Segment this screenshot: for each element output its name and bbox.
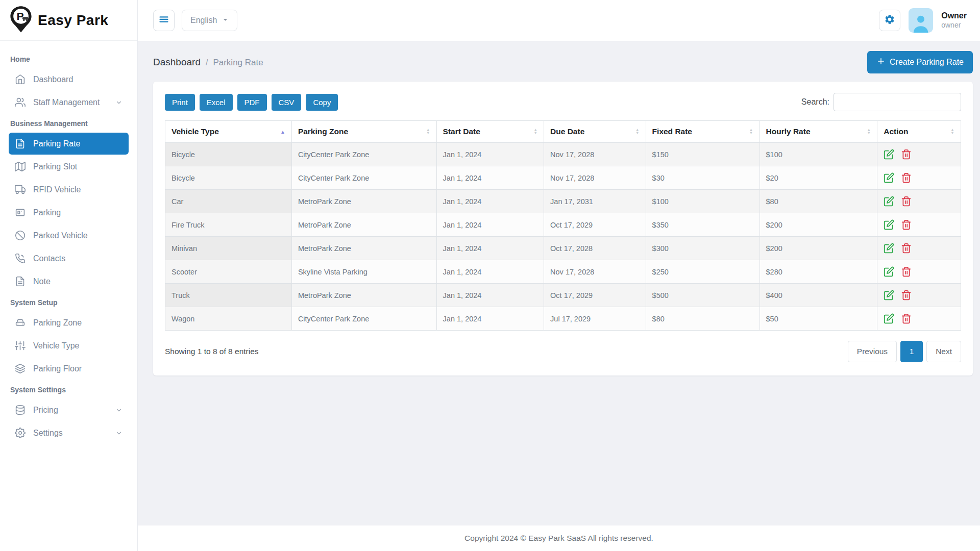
breadcrumb-dashboard[interactable]: Dashboard — [153, 57, 201, 68]
sidebar-item-pricing[interactable]: Pricing — [9, 399, 129, 421]
sidebar-item-label: Contacts — [33, 254, 65, 263]
sidebar-item-vehicle-type[interactable]: Vehicle Type — [9, 335, 129, 357]
hamburger-menu-icon — [158, 14, 169, 27]
sidebar-toggle-button[interactable] — [153, 10, 175, 31]
sidebar-item-label: Dashboard — [33, 75, 73, 84]
person-icon — [911, 12, 931, 33]
delete-icon[interactable] — [901, 196, 912, 207]
map-icon — [15, 161, 26, 172]
column-header-parking-zone[interactable]: Parking Zone▲▼ — [291, 121, 436, 143]
sidebar-item-dashboard[interactable]: Dashboard — [9, 68, 129, 90]
sidebar-item-parked-vehicle[interactable]: Parked Vehicle — [9, 224, 129, 246]
sidebar-item-contacts[interactable]: Contacts — [9, 247, 129, 269]
settings-button[interactable] — [879, 10, 900, 31]
breadcrumb: Dashboard / Parking Rate — [153, 57, 263, 68]
column-header-vehicle-type[interactable]: Vehicle Type▲ — [165, 121, 292, 143]
cell-start-date: Jan 1, 2024 — [436, 260, 544, 284]
cell-hourly-rate: $200 — [760, 213, 877, 237]
sidebar-item-parking[interactable]: Parking — [9, 202, 129, 223]
page-1-button[interactable]: 1 — [900, 341, 923, 362]
user-meta[interactable]: Owner owner — [941, 11, 967, 30]
sidebar-item-parking-rate[interactable]: Parking Rate — [9, 133, 129, 155]
column-header-start-date[interactable]: Start Date▲▼ — [436, 121, 544, 143]
cell-start-date: Jan 1, 2024 — [436, 307, 544, 331]
cell-action — [877, 307, 961, 331]
sidebar-item-parking-zone[interactable]: Parking Zone — [9, 312, 129, 334]
edit-icon[interactable] — [884, 149, 894, 160]
cell-parking-zone: MetroPark Zone — [291, 190, 436, 213]
edit-icon[interactable] — [884, 219, 894, 230]
note-icon — [15, 276, 26, 287]
breadcrumb-separator: / — [206, 58, 208, 67]
create-parking-rate-button[interactable]: Create Parking Rate — [867, 51, 973, 73]
delete-icon[interactable] — [901, 266, 912, 277]
csv-button[interactable]: CSV — [272, 94, 302, 111]
chevron-down-icon — [115, 407, 122, 414]
delete-icon[interactable] — [901, 172, 912, 183]
logo-link[interactable]: P Easy Park — [0, 0, 137, 41]
cell-hourly-rate: $200 — [760, 237, 877, 260]
parking-rate-table: Vehicle Type▲ Parking Zone▲▼ Start Date▲… — [165, 120, 961, 331]
table-row: Scooter Skyline Vista Parking Jan 1, 202… — [165, 260, 961, 284]
table-row: Fire Truck MetroPark Zone Jan 1, 2024 Oc… — [165, 213, 961, 237]
user-role: owner — [941, 21, 967, 30]
excel-button[interactable]: Excel — [200, 94, 233, 111]
delete-icon[interactable] — [901, 313, 912, 324]
sidebar-item-label: Vehicle Type — [33, 341, 79, 350]
sidebar-item-parking-slot[interactable]: Parking Slot — [9, 156, 129, 178]
pagination: Previous 1 Next — [848, 341, 961, 362]
delete-icon[interactable] — [901, 219, 912, 230]
sidebar-item-settings[interactable]: Settings — [9, 422, 129, 444]
cell-parking-zone: CityCenter Park Zone — [291, 166, 436, 190]
edit-icon[interactable] — [884, 266, 894, 277]
search-input[interactable] — [834, 93, 961, 111]
cell-fixed-rate: $350 — [646, 213, 760, 237]
cell-start-date: Jan 1, 2024 — [436, 143, 544, 166]
sidebar-item-note[interactable]: Note — [9, 270, 129, 292]
next-page-button[interactable]: Next — [926, 341, 961, 362]
cell-start-date: Jan 1, 2024 — [436, 213, 544, 237]
parking-meter-icon — [15, 207, 26, 218]
column-header-fixed-rate[interactable]: Fixed Rate▲▼ — [646, 121, 760, 143]
table-row: Bicycle CityCenter Park Zone Jan 1, 2024… — [165, 143, 961, 166]
table-row: Car MetroPark Zone Jan 1, 2024 Jan 17, 2… — [165, 190, 961, 213]
delete-icon[interactable] — [901, 290, 912, 300]
cell-fixed-rate: $150 — [646, 143, 760, 166]
language-dropdown[interactable]: English — [182, 10, 237, 31]
sidebar: P Easy Park Home Dashboard Staff Managem… — [0, 0, 138, 551]
edit-icon[interactable] — [884, 196, 894, 207]
language-value: English — [190, 16, 217, 25]
column-header-action[interactable]: Action▲▼ — [877, 121, 961, 143]
caret-down-icon — [222, 16, 229, 25]
previous-page-button[interactable]: Previous — [848, 341, 897, 362]
cell-vehicle-type: Bicycle — [165, 143, 292, 166]
edit-icon[interactable] — [884, 313, 894, 324]
sidebar-item-parking-floor[interactable]: Parking Floor — [9, 358, 129, 380]
sidebar-item-label: Parking Rate — [33, 139, 81, 148]
sliders-icon — [15, 340, 26, 351]
parking-rate-card: Print Excel PDF CSV Copy Search: — [153, 82, 973, 375]
edit-icon[interactable] — [884, 243, 894, 254]
sidebar-item-rfid-vehicle[interactable]: RFID Vehicle — [9, 179, 129, 201]
sidebar-item-staff-management[interactable]: Staff Management — [9, 91, 129, 113]
entries-info: Showing 1 to 8 of 8 entries — [165, 347, 259, 356]
cell-vehicle-type: Bicycle — [165, 166, 292, 190]
search-label: Search: — [801, 97, 829, 107]
print-button[interactable]: Print — [165, 94, 195, 111]
pdf-button[interactable]: PDF — [237, 94, 267, 111]
cell-hourly-rate: $400 — [760, 284, 877, 307]
column-header-hourly-rate[interactable]: Hourly Rate▲▼ — [760, 121, 877, 143]
delete-icon[interactable] — [901, 149, 912, 160]
gear-icon — [15, 428, 26, 438]
cell-fixed-rate: $100 — [646, 190, 760, 213]
section-business-management: Business Management — [0, 114, 137, 132]
delete-icon[interactable] — [901, 243, 912, 254]
edit-icon[interactable] — [884, 172, 894, 183]
cell-parking-zone: MetroPark Zone — [291, 237, 436, 260]
cell-start-date: Jan 1, 2024 — [436, 190, 544, 213]
copy-button[interactable]: Copy — [306, 94, 338, 111]
user-avatar[interactable] — [909, 8, 933, 33]
sidebar-item-label: Parking — [33, 208, 61, 217]
column-header-due-date[interactable]: Due Date▲▼ — [544, 121, 646, 143]
edit-icon[interactable] — [884, 290, 894, 300]
